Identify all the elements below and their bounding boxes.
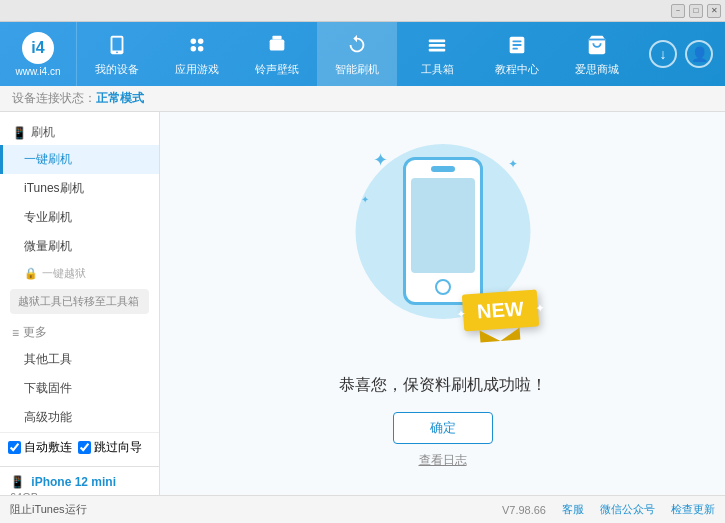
phone-illustration: ✦ ✦ ✦ ✦ NEW ✦ (343, 139, 543, 359)
sidebar: 📱 刷机 一键刷机 iTunes刷机 专业刷机 微量刷机 🔒 一键越狱 越狱工具… (0, 112, 160, 495)
account-button[interactable]: 👤 (685, 40, 713, 68)
sidebar-notice-jailbreak: 越狱工具已转移至工具箱 (10, 289, 149, 314)
sparkle-right-icon: ✦ (508, 157, 518, 171)
sidebar-group-more: ≡ 更多 (0, 318, 159, 345)
nav-label-smart-flash: 智能刷机 (335, 62, 379, 77)
sidebar-item-micro-flash[interactable]: 微量刷机 (0, 232, 159, 261)
device-name: 📱 iPhone 12 mini (10, 475, 149, 489)
svg-rect-13 (512, 40, 521, 42)
maximize-button[interactable]: □ (689, 4, 703, 18)
nav-bar: 我的设备 应用游戏 铃声壁纸 智能刷机 工具箱 (77, 22, 637, 86)
window-controls: － □ ✕ (671, 4, 721, 18)
sidebar-group-flash: 📱 刷机 (0, 118, 159, 145)
nav-item-tutorials[interactable]: 教程中心 (477, 22, 557, 86)
sidebar-item-advanced[interactable]: 高级功能 (0, 403, 159, 432)
nav-label-my-device: 我的设备 (95, 62, 139, 77)
phone-home-button (435, 279, 451, 295)
lock-icon: 🔒 (24, 267, 38, 280)
check-update-link[interactable]: 检查更新 (671, 502, 715, 517)
download-button[interactable]: ↓ (649, 40, 677, 68)
svg-point-3 (191, 39, 197, 45)
svg-point-4 (198, 39, 204, 45)
shop-icon (583, 31, 611, 59)
badge-tail (480, 327, 521, 342)
logo-icon: i4 (22, 32, 54, 64)
footer-left: 阻止iTunes运行 (10, 502, 502, 517)
status-value: 正常模式 (96, 90, 144, 107)
new-badge: ✦ NEW ✦ (462, 289, 539, 331)
support-link[interactable]: 客服 (562, 502, 584, 517)
phone-icon (103, 31, 131, 59)
tools-icon (423, 31, 451, 59)
auto-connect-checkbox[interactable]: 自动敷连 (8, 439, 72, 456)
version-label: V7.98.66 (502, 504, 546, 516)
footer-bar: 阻止iTunes运行 V7.98.66 客服 微信公众号 检查更新 (0, 495, 725, 523)
svg-rect-11 (429, 49, 446, 52)
skip-wizard-input[interactable] (78, 441, 91, 454)
sparkle-left-icon: ✦ (373, 149, 388, 171)
device-phone-icon: 📱 (10, 475, 25, 489)
svg-rect-10 (429, 44, 446, 47)
refresh-icon (343, 31, 371, 59)
wechat-link[interactable]: 微信公众号 (600, 502, 655, 517)
sidebar-group-flash-label: 刷机 (31, 124, 55, 141)
new-badge-wrapper: ✦ NEW ✦ (463, 292, 538, 341)
sidebar-item-one-click-flash[interactable]: 一键刷机 (0, 145, 159, 174)
device-storage: 64GB (10, 491, 149, 495)
nav-item-toolbox[interactable]: 工具箱 (397, 22, 477, 86)
content-area: ✦ ✦ ✦ ✦ NEW ✦ 恭喜您，保资料刷机成功啦！ (160, 112, 725, 495)
star-left-icon: ✦ (457, 307, 466, 319)
success-message: 恭喜您，保资料刷机成功啦！ (339, 375, 547, 396)
phone-body (403, 157, 483, 305)
phone-screen (411, 178, 475, 273)
sidebar-item-itunes-flash[interactable]: iTunes刷机 (0, 174, 159, 203)
nav-item-my-device[interactable]: 我的设备 (77, 22, 157, 86)
nav-item-ringtones[interactable]: 铃声壁纸 (237, 22, 317, 86)
music-icon (263, 31, 291, 59)
header: i4 www.i4.cn 我的设备 应用游戏 铃声壁纸 (0, 22, 725, 86)
svg-rect-14 (512, 44, 521, 46)
phone-small-icon: 📱 (12, 126, 27, 140)
confirm-button[interactable]: 确定 (393, 412, 493, 444)
svg-point-5 (191, 46, 197, 51)
apps-icon (183, 31, 211, 59)
svg-rect-15 (512, 48, 518, 50)
svg-point-6 (198, 46, 204, 51)
sparkle-small-icon: ✦ (361, 194, 369, 205)
close-button[interactable]: ✕ (707, 4, 721, 18)
svg-rect-1 (112, 38, 121, 51)
phone-speaker (431, 166, 455, 172)
svg-rect-7 (270, 40, 285, 51)
device-info: 📱 iPhone 12 mini 64GB Down-12mini-13,1 (0, 466, 159, 495)
stop-itunes-label: 阻止iTunes运行 (10, 502, 87, 517)
header-right-buttons: ↓ 👤 (637, 40, 725, 68)
nav-item-store[interactable]: 爱思商城 (557, 22, 637, 86)
auto-connect-input[interactable] (8, 441, 21, 454)
sidebar-item-one-click-jailbreak: 🔒 一键越狱 (0, 261, 159, 285)
nav-label-toolbox: 工具箱 (421, 62, 454, 77)
sidebar-item-download-firmware[interactable]: 下载固件 (0, 374, 159, 403)
nav-label-store: 爱思商城 (575, 62, 619, 77)
bars-icon: ≡ (12, 326, 19, 340)
nav-item-apps-games[interactable]: 应用游戏 (157, 22, 237, 86)
status-label: 设备连接状态： (12, 90, 96, 107)
titlebar: － □ ✕ (0, 0, 725, 22)
logo-area[interactable]: i4 www.i4.cn (0, 22, 77, 86)
sidebar-item-pro-flash[interactable]: 专业刷机 (0, 203, 159, 232)
nav-label-apps-games: 应用游戏 (175, 62, 219, 77)
logo-url: www.i4.cn (15, 66, 60, 77)
book-icon (503, 31, 531, 59)
nav-label-tutorials: 教程中心 (495, 62, 539, 77)
skip-wizard-checkbox[interactable]: 跳过向导 (78, 439, 142, 456)
view-log-link[interactable]: 查看日志 (419, 452, 467, 469)
status-bar: 设备连接状态： 正常模式 (0, 86, 725, 112)
svg-rect-9 (429, 40, 446, 43)
nav-item-smart-flash[interactable]: 智能刷机 (317, 22, 397, 86)
star-right-icon: ✦ (535, 301, 544, 313)
minimize-button[interactable]: － (671, 4, 685, 18)
sidebar-item-other-tools[interactable]: 其他工具 (0, 345, 159, 374)
footer-right: V7.98.66 客服 微信公众号 检查更新 (502, 502, 715, 517)
main-area: 📱 刷机 一键刷机 iTunes刷机 专业刷机 微量刷机 🔒 一键越狱 越狱工具… (0, 112, 725, 495)
nav-label-ringtones: 铃声壁纸 (255, 62, 299, 77)
svg-rect-8 (272, 36, 281, 40)
